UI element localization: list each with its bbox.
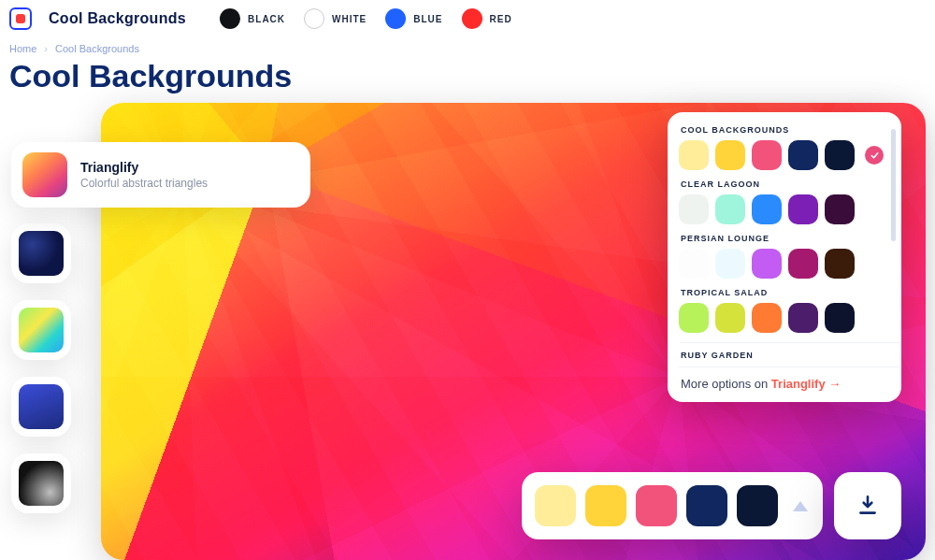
generator-thumbnail	[22, 152, 67, 197]
palette-label: COOL BACKGROUNDS	[681, 125, 899, 135]
generator-name: Trianglify	[80, 160, 208, 175]
generator-thumbnail	[19, 231, 64, 276]
palette-label: TROPICAL SALAD	[681, 288, 899, 297]
palette-label: RUBY GARDEN	[681, 342, 899, 360]
generator-subtitle: Colorful abstract triangles	[80, 177, 208, 190]
palette-label: CLEAR LAGOON	[681, 179, 899, 189]
palette-chip	[636, 485, 677, 526]
palette-chip	[737, 485, 778, 526]
theme-option-label: RED	[490, 14, 512, 24]
theme-option-label: WHITE	[332, 14, 367, 24]
generator-thumbnail	[19, 461, 64, 506]
palette-chip	[679, 140, 709, 170]
generator-tile-gradient[interactable]	[11, 300, 71, 360]
theme-option-label: BLACK	[248, 14, 285, 24]
generator-tile-particles[interactable]	[11, 223, 71, 283]
page-header: Home › Cool Backgrounds Cool Backgrounds	[0, 37, 935, 94]
palette-chip	[686, 485, 727, 526]
palette-chip	[825, 249, 855, 279]
palette-chip	[535, 485, 576, 526]
theme-option-black[interactable]: BLACK	[220, 8, 285, 29]
more-options-link[interactable]: Trianglify →	[771, 377, 841, 391]
theme-option-red[interactable]: RED	[462, 8, 512, 29]
palette-chip	[788, 140, 818, 170]
swatch-icon	[220, 8, 240, 29]
palette-row[interactable]	[679, 303, 899, 333]
brand-title: Cool Backgrounds	[49, 10, 186, 27]
palette-chip	[715, 303, 745, 333]
palette-row[interactable]	[679, 249, 899, 279]
palette-chip	[825, 303, 855, 333]
palette-chip	[715, 249, 745, 279]
theme-option-white[interactable]: WHITE	[304, 8, 367, 29]
palette-chip	[788, 303, 818, 333]
scrollbar[interactable]	[891, 129, 896, 241]
page-title: Cool Backgrounds	[9, 58, 926, 94]
more-options-prefix: More options on	[681, 377, 771, 391]
palette-chip	[825, 140, 855, 170]
palette-chip	[825, 194, 855, 224]
palette-chip	[752, 303, 782, 333]
palette-chip	[752, 140, 782, 170]
generator-thumbnail	[19, 384, 64, 429]
palette-chip	[585, 485, 626, 526]
generator-tile-spiral[interactable]	[11, 453, 71, 513]
breadcrumb-current: Cool Backgrounds	[55, 43, 139, 54]
app-logo-icon	[9, 7, 32, 30]
breadcrumb: Home › Cool Backgrounds	[9, 43, 926, 54]
palette-chip	[715, 194, 745, 224]
swatch-icon	[304, 8, 324, 29]
theme-option-blue[interactable]: BLUE	[385, 8, 442, 29]
palette-scroll[interactable]: COOL BACKGROUNDSCLEAR LAGOONPERSIAN LOUN…	[679, 122, 899, 366]
palette-chip	[788, 249, 818, 279]
palette-chip	[788, 194, 818, 224]
palette-chip	[715, 140, 745, 170]
theme-option-label: BLUE	[413, 14, 442, 24]
palette-chip	[752, 249, 782, 279]
palette-picker-popup: COOL BACKGROUNDSCLEAR LAGOONPERSIAN LOUN…	[668, 112, 901, 402]
caret-up-icon	[793, 501, 808, 511]
chevron-right-icon: ›	[44, 43, 48, 54]
theme-color-options: BLACK WHITE BLUE RED	[220, 8, 512, 29]
download-button[interactable]	[834, 472, 901, 539]
palette-chip	[679, 303, 709, 333]
swatch-icon	[462, 8, 482, 29]
palette-row[interactable]	[679, 140, 899, 170]
more-options-row: More options on Trianglify →	[679, 366, 899, 402]
selected-generator-card[interactable]: Trianglify Colorful abstract triangles	[11, 142, 310, 208]
palette-label: PERSIAN LOUNGE	[681, 234, 899, 243]
current-palette-button[interactable]	[522, 472, 823, 539]
palette-chip	[752, 194, 782, 224]
download-icon	[856, 494, 880, 518]
bottom-bar	[522, 472, 901, 539]
palette-chip	[679, 194, 709, 224]
generator-tile-topography[interactable]	[11, 377, 71, 437]
swatch-icon	[385, 8, 406, 29]
app-bar: Cool Backgrounds BLACK WHITE BLUE RED	[0, 0, 935, 37]
palette-chip	[679, 249, 709, 279]
check-icon	[865, 146, 884, 165]
palette-row[interactable]	[679, 194, 899, 224]
breadcrumb-home[interactable]: Home	[9, 43, 36, 54]
generator-thumbnail	[19, 308, 64, 352]
